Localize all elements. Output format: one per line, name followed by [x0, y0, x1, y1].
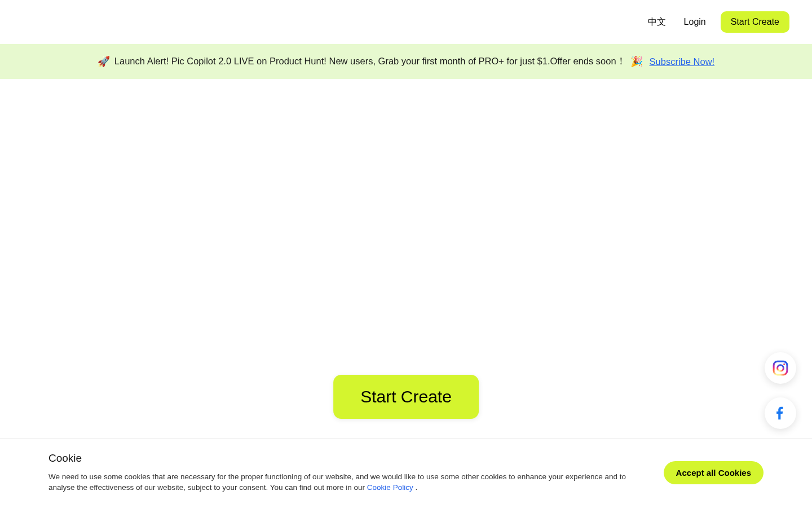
login-link[interactable]: Login — [681, 12, 709, 32]
cookie-description-part1: We need to use some cookies that are nec… — [48, 472, 626, 492]
cookie-text-block: Cookie We need to use some cookies that … — [48, 452, 652, 493]
accept-cookies-button[interactable]: Accept all Cookies — [664, 461, 764, 484]
svg-rect-0 — [774, 361, 787, 375]
subscribe-link[interactable]: Subscribe Now! — [650, 56, 715, 67]
header: 中文 Login Start Create — [0, 0, 812, 44]
language-switch[interactable]: 中文 — [645, 12, 669, 33]
announcement-banner: 🚀 Launch Alert! Pic Copilot 2.0 LIVE on … — [0, 44, 812, 79]
social-float — [765, 352, 796, 429]
svg-point-1 — [778, 365, 784, 371]
cookie-description: We need to use some cookies that are nec… — [48, 471, 652, 493]
start-create-header-button[interactable]: Start Create — [721, 11, 789, 33]
cookie-policy-link[interactable]: Cookie Policy — [367, 483, 413, 492]
start-create-cta-button[interactable]: Start Create — [333, 375, 479, 419]
cookie-description-part2: . — [413, 483, 418, 492]
confetti-icon: 🎉 — [630, 55, 643, 68]
facebook-button[interactable] — [765, 397, 796, 429]
facebook-icon — [772, 405, 789, 422]
cookie-consent-bar: Cookie We need to use some cookies that … — [0, 438, 812, 508]
cookie-title: Cookie — [48, 452, 652, 465]
rocket-icon: 🚀 — [98, 55, 110, 68]
svg-point-2 — [783, 364, 785, 365]
instagram-button[interactable] — [765, 352, 796, 384]
banner-text: Launch Alert! Pic Copilot 2.0 LIVE on Pr… — [114, 55, 626, 68]
instagram-icon — [772, 360, 789, 376]
cta-wrapper: Start Create — [333, 375, 479, 419]
